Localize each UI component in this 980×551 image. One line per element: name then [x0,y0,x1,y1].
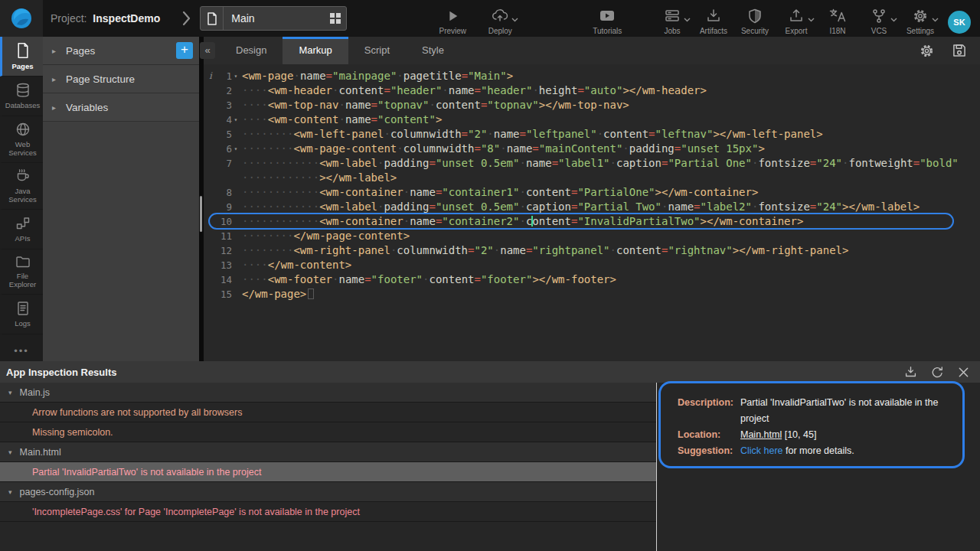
jobs-button[interactable]: Jobs [652,2,692,35]
jobs-caret-icon[interactable] [684,18,691,22]
issue-item[interactable]: 'IncompletePage.css' for Page 'Incomplet… [0,502,656,522]
ghost-cursor [308,289,314,299]
collapse-panel-button[interactable]: « [200,42,215,59]
preview-label: Preview [439,27,466,35]
sidebar-item-file-explorer[interactable]: File Explorer [0,249,43,295]
tutorials-button[interactable]: Tutorials [587,2,627,35]
app-logo[interactable] [0,0,43,37]
gutter[interactable]: 7 [204,156,242,171]
issue-group-Main.html[interactable]: ▾Main.html [0,442,656,462]
gutter[interactable]: 5 [204,127,242,142]
gutter[interactable]: 2 [204,83,242,98]
close-panel-icon[interactable] [958,367,969,378]
sidebar-item-web-services[interactable]: Web Services [0,116,43,163]
settings-button[interactable]: Settings [900,2,940,35]
suggestion-label: Suggestion: [678,443,740,459]
top-bar: Project: InspectDemo Main Preview De [0,0,980,37]
vcs-caret-icon[interactable] [890,18,897,22]
deploy-caret-icon[interactable] [511,18,518,22]
add-page-button[interactable]: + [176,42,193,59]
preview-button[interactable]: Preview [433,2,472,35]
security-button[interactable]: Security [735,2,775,35]
page-selector[interactable]: Main [200,6,347,31]
code-text[interactable]: ····<wm-content·name="content"> [242,112,980,127]
gutter[interactable]: 10 [204,214,242,229]
issue-group-Main.js[interactable]: ▾Main.js [0,383,656,403]
gutter[interactable]: 13 [204,258,242,272]
gutter[interactable]: 8 [204,185,242,200]
fold-arrow-icon[interactable]: ▾ [232,112,240,127]
code-text[interactable]: ········</wm-page-content> [242,229,980,243]
tab-script[interactable]: Script [348,37,406,64]
export-button[interactable]: Export [776,2,816,35]
gutter[interactable]: 6▾ [204,142,242,156]
issue-item[interactable]: Missing semicolon. [0,422,656,442]
detail-suggestion-row: Suggestion: Click here for more details. [678,443,962,459]
code-text[interactable]: ········<wm-right-panel·columnwidth="2"·… [242,243,980,258]
code-line-8: 8············<wm-container·name="contain… [204,185,980,200]
location-file-link[interactable]: Main.html [740,429,782,440]
description-label: Description: [678,395,740,427]
i18n-button[interactable]: I18N [818,2,858,35]
code-line-14: 14····<wm-footer·name="footer"·content="… [204,272,980,287]
page-grid-icon[interactable] [325,13,346,24]
code-text[interactable]: ····<wm-header·content="header"·name="he… [242,83,980,98]
sidebar-item-apis[interactable]: APIs [0,210,43,249]
issue-item[interactable]: Arrow functions are not supported by all… [0,403,656,422]
code-line-10: 10············<wm-container·name="contai… [204,214,980,229]
gutter[interactable]: 11 [204,229,242,243]
issue-item[interactable]: Partial 'InvalidPartialTwo' is not avail… [0,462,656,482]
gutter[interactable]: 4▾ [204,112,242,127]
gutter[interactable]: i1▾ [204,69,242,83]
issue-group-pages-config.json[interactable]: ▾pages-config.json [0,482,656,502]
export-caret-icon[interactable] [808,18,815,22]
code-text[interactable]: ····<wm-top-nav·name="topnav"·content="t… [242,98,980,112]
scrollbar-thumb[interactable] [200,196,202,232]
sidebar-item-java-services[interactable]: Java Services [0,163,43,210]
user-avatar[interactable]: SK [948,11,971,34]
logs-icon [16,301,30,316]
issue-group-filename: pages-config.json [20,482,95,502]
gutter[interactable]: 9 [204,200,242,214]
code-text[interactable]: ············<wm-container·name="containe… [242,185,980,200]
code-text[interactable]: ············></wm-label> [242,171,980,185]
line-number: 14 [220,272,232,287]
sidebar-item-pages[interactable]: Pages [0,37,43,77]
code-text[interactable]: ····<wm-footer·name="footer"·content="fo… [242,272,980,287]
fold-arrow-icon[interactable]: ▾ [232,69,240,83]
gutter[interactable]: 3 [204,98,242,112]
settings-caret-icon[interactable] [932,18,939,22]
gutter[interactable]: 14 [204,272,242,287]
deploy-button[interactable]: Deploy [480,2,520,35]
refresh-icon[interactable] [931,366,944,379]
gutter[interactable]: 15 [204,287,242,302]
code-text[interactable]: ····</wm-content> [242,258,980,272]
accordion-pages[interactable]: ▸ Pages + [43,37,199,65]
sidebar-more-button[interactable]: ••• [0,345,43,357]
vcs-button[interactable]: VCS [859,2,899,35]
code-text[interactable]: <wm-page·name="mainpage"·pagetitle="Main… [242,69,980,83]
save-icon[interactable] [952,44,966,57]
gutter[interactable]: 12 [204,243,242,258]
accordion-variables[interactable]: ▸ Variables [43,93,199,122]
sidebar-item-databases[interactable]: Databases [0,77,43,116]
code-text[interactable]: ············<wm-container·name="containe… [242,214,980,229]
editor-settings-gear-icon[interactable] [920,44,934,58]
code-text[interactable]: </wm-page> [242,287,980,302]
sidebar-item-logs[interactable]: Logs [0,295,43,334]
click-here-link[interactable]: Click here [740,445,783,456]
tab-markup[interactable]: Markup [283,37,348,64]
chevron-right-icon[interactable] [180,10,192,27]
tab-style[interactable]: Style [406,37,460,64]
code-text[interactable]: ············<wm-label·padding="unset 0.5… [242,156,980,171]
code-editor[interactable]: i1▾<wm-page·name="mainpage"·pagetitle="M… [204,64,980,302]
code-text[interactable]: ············<wm-label·padding="unset 0.5… [242,200,980,214]
tab-design[interactable]: Design [220,37,283,64]
download-results-icon[interactable] [904,366,917,378]
fold-arrow-icon[interactable]: ▾ [232,142,240,156]
code-text[interactable]: ········<wm-page-content·columnwidth="8"… [242,142,980,156]
gutter[interactable] [204,171,242,185]
code-text[interactable]: ········<wm-left-panel·columnwidth="2"·n… [242,127,980,142]
accordion-page-structure[interactable]: ▸ Page Structure [43,65,199,93]
artifacts-button[interactable]: Artifacts [694,2,733,35]
